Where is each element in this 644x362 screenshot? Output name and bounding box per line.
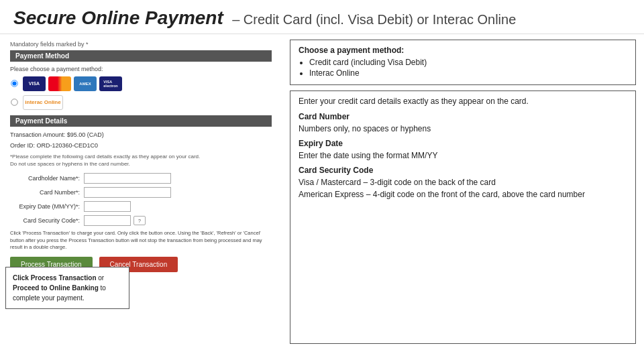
- card-icons: VISA AMEX VISAelectron: [23, 76, 122, 91]
- please-choose-text: Please choose a payment method:: [10, 66, 272, 72]
- choose-method-box: Choose a payment method: Credit card (in…: [290, 40, 636, 85]
- card-number-input[interactable]: [84, 187, 171, 198]
- title-main: Secure Online Payment: [13, 7, 223, 28]
- expiry-date-input[interactable]: [84, 201, 131, 212]
- security-code-detail: Card Security Code Visa / Mastercard – 3…: [299, 164, 627, 200]
- security-code-label: Card Security Code*:: [10, 217, 84, 224]
- header: Secure Online Payment – Credit Card (inc…: [0, 0, 644, 34]
- security-code-field: Card Security Code*: ?: [10, 215, 272, 226]
- cardholder-name-input[interactable]: [84, 173, 171, 184]
- card-details-box: Enter your credit card details exactly a…: [290, 90, 636, 344]
- interac-option[interactable]: interac Online: [10, 95, 272, 110]
- visa-mc-detail-desc: Visa / Mastercard – 3-digit code on the …: [299, 178, 496, 187]
- payment-details-section: Payment Details Transaction Amount: $95.…: [10, 115, 272, 227]
- amex-detail-desc: American Express – 4-digit code on the f…: [299, 190, 585, 199]
- list-item-credit-card: Credit card (including Visa Debit): [309, 58, 627, 67]
- security-code-detail-label: Card Security Code: [299, 166, 373, 175]
- security-code-input[interactable]: [84, 215, 131, 226]
- payment-method-header: Payment Method: [10, 50, 272, 62]
- visa-electron-icon: VISAelectron: [99, 76, 122, 91]
- expiry-detail: Expiry Date Enter the date using the for…: [299, 137, 627, 161]
- expiry-detail-label: Expiry Date: [299, 139, 343, 148]
- cvv-container: ?: [84, 215, 146, 226]
- main-layout: Mandatory fields marked by * Payment Met…: [0, 34, 644, 349]
- card-notice: *Please complete the following card deta…: [10, 153, 272, 168]
- form-panel: Mandatory fields marked by * Payment Met…: [0, 34, 282, 349]
- list-item-interac: Interac Online: [309, 68, 627, 78]
- mastercard-icon: [48, 76, 71, 91]
- left-info-box: Click Process Transaction or Proceed to …: [5, 267, 129, 309]
- credit-card-option[interactable]: VISA AMEX VISAelectron: [10, 76, 272, 91]
- payment-details-header: Payment Details: [10, 115, 272, 127]
- interac-icon: interac Online: [23, 95, 63, 110]
- amex-icon: AMEX: [74, 76, 97, 91]
- details-intro: Enter your credit card details exactly a…: [299, 97, 627, 106]
- cardholder-name-field: Cardholder Name*:: [10, 173, 272, 184]
- transaction-amount: Transaction Amount: $95.00 (CAD): [10, 131, 272, 140]
- cardholder-name-label: Cardholder Name*:: [10, 175, 84, 182]
- cvv-help-icon[interactable]: ?: [133, 216, 146, 225]
- card-number-field: Card Number*:: [10, 187, 272, 198]
- expiry-date-field: Expiry Date (MM/YY)*:: [10, 201, 272, 212]
- expiry-date-label: Expiry Date (MM/YY)*:: [10, 203, 84, 210]
- credit-card-radio[interactable]: [11, 80, 17, 86]
- bottom-notice: Click 'Process Transaction' to charge yo…: [10, 230, 272, 251]
- info-panel: Choose a payment method: Credit card (in…: [282, 34, 644, 349]
- card-number-label: Card Number*:: [10, 189, 84, 196]
- card-number-detail-label: Card Number: [299, 112, 350, 121]
- mandatory-note: Mandatory fields marked by *: [10, 41, 272, 48]
- expiry-detail-desc: Enter the date using the format MM/YY: [299, 151, 437, 160]
- order-id: Order ID: ORD-120360-CED1C0: [10, 142, 272, 149]
- left-info-text: Click Process Transaction or Proceed to …: [13, 273, 122, 303]
- card-number-detail-desc: Numbers only, no spaces or hyphens: [299, 124, 431, 133]
- choose-method-title: Choose a payment method:: [299, 46, 627, 55]
- visa-icon: VISA: [23, 76, 46, 91]
- page-title: Secure Online Payment – Credit Card (inc…: [13, 7, 631, 29]
- card-number-detail: Card Number Numbers only, no spaces or h…: [299, 110, 627, 134]
- interac-radio[interactable]: [11, 99, 17, 105]
- title-subtitle: – Credit Card (incl. Visa Debit) or Inte…: [229, 12, 517, 27]
- choose-method-list: Credit card (including Visa Debit) Inter…: [309, 58, 627, 78]
